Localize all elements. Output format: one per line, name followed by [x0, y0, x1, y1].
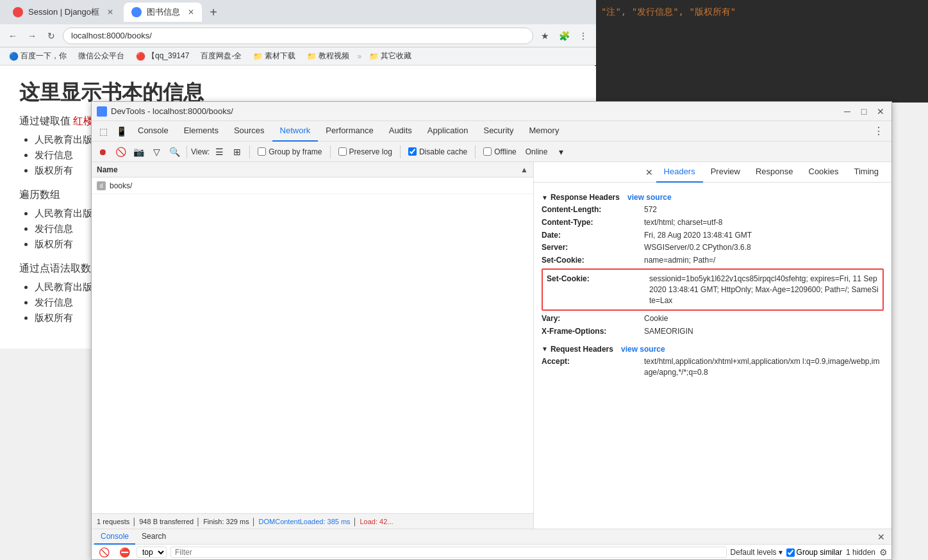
network-sort-arrow[interactable]: ▲ [520, 165, 528, 174]
header-value: text/html,application/xhtml+xml,applicat… [644, 356, 884, 378]
tab-favicon-1 [13, 7, 23, 17]
headers-tab-timing[interactable]: Timing [846, 162, 886, 183]
devtools-panel: DevTools - localhost:8000/books/ ─ □ ✕ ⬚… [91, 101, 892, 560]
bookmark-baidupan[interactable]: 百度网盘-全 [197, 49, 245, 63]
headers-tab-cookies[interactable]: Cookies [801, 162, 847, 183]
forward-button[interactable]: → [24, 28, 40, 44]
new-tab-button[interactable]: + [204, 3, 222, 21]
headers-panel-close[interactable]: ✕ [642, 165, 656, 179]
devtools-tab-elements[interactable]: Elements [176, 121, 226, 142]
devtools-device-icon[interactable]: 📱 [112, 122, 130, 140]
request-view-source-link[interactable]: view source [621, 345, 665, 354]
group-by-frame-checkbox[interactable]: Group by frame [254, 147, 326, 156]
headers-tab-bar: ✕ Headers Preview Response Cookies Timin… [534, 162, 891, 183]
devtools-inspect-icon[interactable]: ⬚ [94, 122, 112, 140]
record-button[interactable]: ⏺ [94, 144, 111, 160]
header-vary: Vary: Cookie [542, 313, 884, 324]
browser-tab-1[interactable]: Session | Django框 ✕ [5, 3, 121, 22]
devtools-minimize-button[interactable]: ─ [841, 106, 853, 117]
browser-tab-2[interactable]: 图书信息 ✕ [124, 3, 202, 22]
tab-label-2: 图书信息 [147, 6, 180, 18]
devtools-tab-application[interactable]: Application [420, 121, 476, 142]
console-tab-search[interactable]: Search [135, 529, 172, 545]
console-context-select[interactable]: top [137, 547, 167, 558]
header-name: Accept: [542, 356, 644, 378]
devtools-restore-button[interactable]: □ [858, 106, 870, 117]
headers-scroll-area[interactable]: Response Headers view source Content-Len… [534, 183, 891, 529]
bookmark-qq[interactable]: 🔴 【qq_39147 [132, 49, 193, 63]
bookmark-star[interactable]: ★ [537, 28, 552, 44]
devtools-more-tabs[interactable]: ⋮ [868, 125, 889, 137]
header-value: sessionid=1bo5yk1l622v1qcs85irpqcl40sfeh… [649, 274, 879, 306]
reload-button[interactable]: ↻ [44, 28, 59, 44]
devtools-tab-security[interactable]: Security [476, 121, 521, 142]
console-levels-dropdown[interactable]: Default levels ▾ [731, 548, 783, 557]
network-throttle-dropdown[interactable]: ▾ [552, 144, 569, 160]
status-sep1: │ [132, 518, 137, 525]
devtools-tab-memory[interactable]: Memory [521, 121, 567, 142]
response-headers-title: Response Headers view source [542, 193, 884, 202]
preserve-log-input[interactable] [338, 147, 347, 156]
clear-button[interactable]: 🚫 [112, 144, 129, 160]
devtools-tab-performance[interactable]: Performance [318, 121, 381, 142]
header-date: Date: Fri, 28 Aug 2020 13:48:41 GMT [542, 230, 884, 241]
devtools-tab-audits[interactable]: Audits [381, 121, 420, 142]
tab-close-1[interactable]: ✕ [107, 8, 113, 17]
header-value: Fri, 28 Aug 2020 13:48:41 GMT [644, 230, 884, 241]
bookmark-material[interactable]: 📁 素材下载 [249, 49, 299, 63]
bookmark-other[interactable]: 📁 其它收藏 [365, 49, 415, 63]
console-clear-button[interactable]: 🚫 [95, 544, 112, 560]
network-item-books[interactable]: d books/ [92, 177, 533, 194]
disable-cache-checkbox[interactable]: Disable cache [404, 147, 471, 156]
tab-close-2[interactable]: ✕ [188, 8, 194, 17]
tab-label-1: Session | Django框 [28, 6, 99, 18]
bookmark-wechat[interactable]: 微信公众平台 [74, 49, 128, 63]
network-list-empty [92, 194, 533, 513]
online-label: Online [522, 147, 552, 156]
back-button[interactable]: ← [5, 28, 21, 44]
camera-button[interactable]: 📷 [130, 144, 147, 160]
devtools-title: DevTools - localhost:8000/books/ [97, 106, 233, 117]
console-filter-input[interactable] [170, 547, 727, 558]
toolbar-separator-3 [330, 145, 331, 158]
headers-tab-preview[interactable]: Preview [703, 162, 748, 183]
devtools-tab-sources[interactable]: Sources [226, 121, 272, 142]
console-tab-console[interactable]: Console [94, 529, 135, 545]
menu-button[interactable]: ⋮ [576, 28, 591, 44]
console-stop-button[interactable]: ⛔ [116, 544, 133, 560]
toolbar-separator-4 [400, 145, 401, 158]
view-detail-button[interactable]: ⊞ [229, 144, 245, 160]
url-bar[interactable]: localhost:8000/books/ [63, 28, 533, 44]
search-button[interactable]: 🔍 [166, 144, 183, 160]
bookmark-tutorial[interactable]: 📁 教程视频 [303, 49, 353, 63]
console-settings-icon[interactable]: ⚙ [879, 547, 888, 557]
response-view-source-link[interactable]: view source [627, 193, 672, 202]
status-sep4: │ [353, 518, 358, 525]
headers-tab-headers[interactable]: Headers [656, 162, 703, 183]
view-list-button[interactable]: ☰ [211, 144, 228, 160]
devtools-title-text: DevTools - localhost:8000/books/ [111, 106, 233, 116]
extensions-button[interactable]: 🧩 [556, 28, 572, 44]
console-close-button[interactable]: ✕ [874, 532, 889, 542]
status-sep3: │ [252, 518, 256, 525]
offline-input[interactable] [483, 147, 492, 156]
headers-tab-response[interactable]: Response [748, 162, 801, 183]
network-item-name: books/ [110, 181, 132, 190]
disable-cache-input[interactable] [408, 147, 417, 156]
network-toolbar: ⏺ 🚫 📷 ▽ 🔍 View: ☰ ⊞ Group by frame Prese… [92, 142, 891, 162]
devtools-tab-console[interactable]: Console [130, 121, 176, 142]
group-by-frame-input[interactable] [258, 147, 266, 156]
tab-favicon-2 [131, 7, 142, 17]
devtools-close-button[interactable]: ✕ [875, 106, 886, 117]
filter-button[interactable]: ▽ [148, 144, 165, 160]
devtools-tab-network[interactable]: Network [272, 121, 319, 142]
console-hidden-count: 1 hidden [846, 548, 875, 557]
group-similar-input[interactable] [786, 548, 795, 557]
status-dom-loaded[interactable]: DOMContentLoaded: 385 ms [259, 518, 351, 525]
offline-checkbox[interactable]: Offline [479, 147, 520, 156]
bookmarks-bar: 🔵 百度一下，你 微信公众平台 🔴 【qq_39147 百度网盘-全 📁 素材下… [0, 47, 596, 65]
preserve-log-checkbox[interactable]: Preserve log [335, 147, 396, 156]
status-load[interactable]: Load: 42... [360, 518, 394, 525]
console-group-similar-checkbox[interactable]: Group similar [786, 548, 842, 557]
bookmark-baidu[interactable]: 🔵 百度一下，你 [5, 49, 70, 63]
